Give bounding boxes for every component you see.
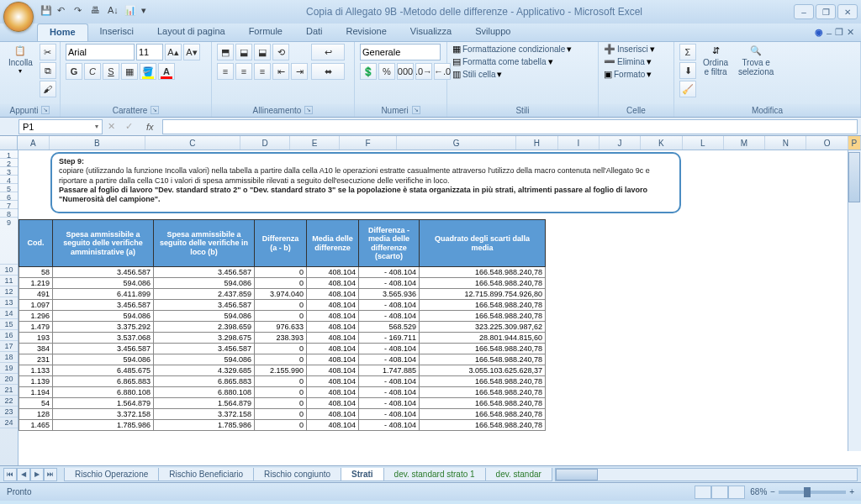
table-row[interactable]: 1.4651.785.9861.785.9860408.104- 408.104… xyxy=(19,420,546,431)
table-header[interactable]: Media delle differenze xyxy=(307,220,359,267)
table-cell[interactable]: 1.133 xyxy=(19,365,53,376)
table-cell[interactable]: - 169.711 xyxy=(359,333,420,344)
table-cell[interactable]: 3.456.587 xyxy=(154,300,255,311)
column-header[interactable]: F xyxy=(340,136,397,150)
table-cell[interactable]: - 408.104 xyxy=(359,409,420,420)
table-cell[interactable]: 3.372.158 xyxy=(154,409,255,420)
row-header[interactable]: 9 xyxy=(0,218,18,265)
zoom-in-button[interactable]: + xyxy=(849,487,854,496)
row-header[interactable]: 15 xyxy=(0,319,18,330)
table-header[interactable]: Spesa ammissibile a seguito delle verifi… xyxy=(53,220,154,267)
formula-input[interactable] xyxy=(162,119,858,134)
table-cell[interactable]: 408.104 xyxy=(307,278,359,289)
table-cell[interactable]: - 408.104 xyxy=(359,398,420,409)
table-cell[interactable]: 0 xyxy=(255,376,307,387)
conditional-formatting-button[interactable]: ▦Formattazione condizionale▾ xyxy=(452,44,572,55)
table-cell[interactable]: 166.548.988.240,78 xyxy=(420,267,546,278)
table-row[interactable]: 1.1336.485.6754.329.6852.155.990408.1041… xyxy=(19,365,546,376)
next-sheet-button[interactable]: ▶ xyxy=(30,468,44,481)
align-bottom-button[interactable]: ⬓ xyxy=(254,44,271,60)
column-header[interactable]: B xyxy=(50,136,145,150)
table-cell[interactable]: 594.086 xyxy=(53,278,154,289)
table-cell[interactable]: 6.865.883 xyxy=(154,376,255,387)
table-row[interactable]: 1283.372.1583.372.1580408.104- 408.10416… xyxy=(19,409,546,420)
grow-font-button[interactable]: A▴ xyxy=(165,44,182,60)
row-header[interactable]: 16 xyxy=(0,330,18,341)
column-header[interactable]: O xyxy=(806,136,848,150)
table-cell[interactable]: 408.104 xyxy=(307,354,359,365)
row-header[interactable]: 20 xyxy=(0,374,18,385)
table-cell[interactable]: 1.785.986 xyxy=(53,420,154,431)
table-row[interactable]: 1.1396.865.8836.865.8830408.104- 408.104… xyxy=(19,376,546,387)
font-color-button[interactable]: A xyxy=(158,63,175,80)
table-cell[interactable]: 594.086 xyxy=(154,278,255,289)
table-row[interactable]: 1.296594.086594.0860408.104- 408.104166.… xyxy=(19,311,546,322)
row-header[interactable]: 19 xyxy=(0,363,18,374)
undo-icon[interactable]: ↶ xyxy=(57,5,71,18)
sheet-tab[interactable]: dev. standar xyxy=(485,468,552,481)
zoom-out-button[interactable]: − xyxy=(770,487,775,496)
tab-home[interactable]: Home xyxy=(37,24,88,41)
table-header[interactable]: Cod. xyxy=(19,220,53,267)
bold-button[interactable]: G xyxy=(66,63,82,80)
table-cell[interactable]: 54 xyxy=(19,398,53,409)
table-cell[interactable]: 0 xyxy=(255,420,307,431)
scrollbar-thumb[interactable] xyxy=(848,152,860,202)
table-cell[interactable]: 128 xyxy=(19,409,53,420)
table-cell[interactable]: 1.296 xyxy=(19,311,53,322)
launcher-icon[interactable]: ↘ xyxy=(304,106,313,114)
column-header[interactable]: M xyxy=(724,136,765,150)
table-cell[interactable]: 1.479 xyxy=(19,322,53,333)
table-cell[interactable]: 166.548.988.240,78 xyxy=(420,387,546,398)
row-header[interactable]: 7 xyxy=(0,201,18,209)
table-header[interactable]: Differenza - media delle differenze (sca… xyxy=(359,220,420,267)
table-cell[interactable]: 3.055.103.625.628,37 xyxy=(420,365,546,376)
launcher-icon[interactable]: ↘ xyxy=(412,106,420,114)
table-cell[interactable]: 408.104 xyxy=(307,333,359,344)
column-header[interactable]: P xyxy=(848,136,861,150)
align-center-button[interactable]: ≡ xyxy=(235,63,252,80)
launcher-icon[interactable]: ↘ xyxy=(151,106,159,114)
table-cell[interactable]: 6.880.108 xyxy=(53,387,154,398)
name-box[interactable]: P1▾ xyxy=(18,119,103,134)
close-button[interactable]: ✕ xyxy=(837,4,858,19)
table-cell[interactable]: 1.747.885 xyxy=(359,365,420,376)
row-header[interactable]: 10 xyxy=(0,265,18,276)
delete-cells-button[interactable]: ➖Elimina▾ xyxy=(604,56,652,67)
table-cell[interactable]: 12.715.899.754.926,80 xyxy=(420,289,546,300)
table-cell[interactable]: 976.633 xyxy=(255,322,307,333)
table-cell[interactable]: 166.548.988.240,78 xyxy=(420,398,546,409)
launcher-icon[interactable]: ↘ xyxy=(41,106,50,114)
help-icon[interactable]: ◉ xyxy=(815,27,823,38)
sheet-tab[interactable]: Rischio Operazione xyxy=(64,468,159,481)
enter-icon[interactable]: ✓ xyxy=(120,121,138,132)
sheet-tab[interactable]: dev. standard strato 1 xyxy=(383,468,486,481)
table-cell[interactable]: - 408.104 xyxy=(359,344,420,354)
table-cell[interactable]: 231 xyxy=(19,354,53,365)
table-cell[interactable]: 166.548.988.240,78 xyxy=(420,420,546,431)
row-header[interactable]: 5 xyxy=(0,184,18,192)
table-cell[interactable]: 408.104 xyxy=(307,322,359,333)
format-painter-button[interactable]: 🖌 xyxy=(40,81,56,97)
table-header[interactable]: Spesa ammissibile a seguito delle verifi… xyxy=(154,220,255,267)
column-header[interactable]: L xyxy=(683,136,724,150)
row-header[interactable]: 14 xyxy=(0,308,18,319)
table-cell[interactable]: 58 xyxy=(19,267,53,278)
table-header[interactable]: Differenza (a - b) xyxy=(255,220,307,267)
table-row[interactable]: 1.219594.086594.0860408.104- 408.104166.… xyxy=(19,278,546,289)
table-cell[interactable]: - 408.104 xyxy=(359,278,420,289)
table-cell[interactable]: 166.548.988.240,78 xyxy=(420,354,546,365)
orientation-button[interactable]: ⟲ xyxy=(272,44,289,60)
table-cell[interactable]: 0 xyxy=(255,300,307,311)
tab-sviluppo[interactable]: Sviluppo xyxy=(463,24,522,41)
table-cell[interactable]: - 408.104 xyxy=(359,311,420,322)
format-as-table-button[interactable]: ▤Formatta come tabella▾ xyxy=(452,56,553,67)
column-header[interactable]: H xyxy=(516,136,557,150)
redo-icon[interactable]: ↷ xyxy=(74,5,87,18)
column-header[interactable]: E xyxy=(290,136,340,150)
align-right-button[interactable]: ≡ xyxy=(254,63,271,80)
table-cell[interactable]: 491 xyxy=(19,289,53,300)
table-cell[interactable]: 4.329.685 xyxy=(154,365,255,376)
column-header[interactable]: I xyxy=(558,136,600,150)
page-break-view-button[interactable] xyxy=(728,486,745,499)
